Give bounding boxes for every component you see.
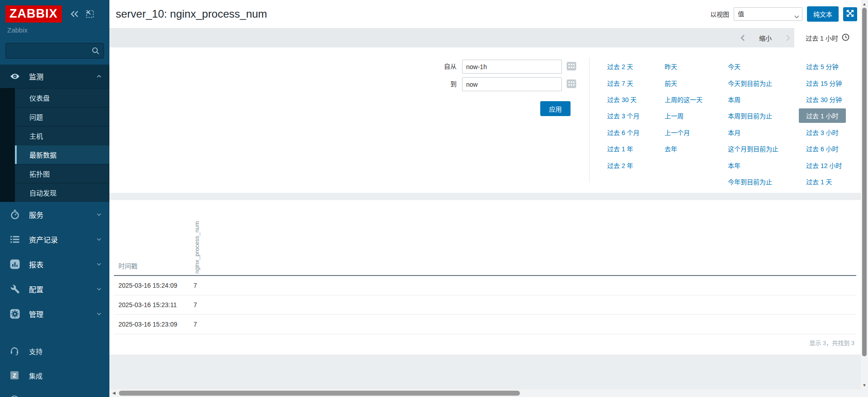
zabbix-logo[interactable]: ZABBIX (5, 5, 62, 23)
quick-range-link[interactable]: 上一周 (665, 111, 684, 120)
brand-subtitle: Zabbix (0, 23, 109, 34)
to-calendar-button[interactable] (566, 77, 581, 91)
sidebar-item-administration[interactable]: 管理 (0, 301, 109, 326)
sidebar-item-integrations[interactable]: Z 集成 (0, 363, 109, 388)
sidebar-item-problems[interactable]: 问题 (15, 107, 109, 126)
quick-range-link[interactable]: 过去 1 天 (806, 177, 832, 186)
quick-range-column-3: 今天 今天到目前为止 本周 本周到目前为止 本月 这个月到目前为止 本年 今年到… (728, 58, 778, 190)
submenu-label: 最新数据 (29, 150, 57, 159)
chevron-up-icon (97, 75, 101, 78)
quick-range-link-selected[interactable]: 过去 1 小时 (799, 108, 846, 123)
plain-text-button[interactable]: 纯文本 (807, 6, 839, 22)
sidebar-item-support[interactable]: 支持 (0, 339, 109, 363)
quick-range-link[interactable]: 过去 3 个月 (607, 111, 640, 120)
headset-icon (9, 346, 20, 356)
quick-range-column-4: 过去 5 分钟 过去 15 分钟 过去 30 分钟 过去 1 小时 过去 3 小… (806, 58, 846, 190)
from-label: 自从 (426, 60, 457, 74)
zoom-out-button[interactable]: 缩小 (759, 33, 772, 42)
hide-sidebar-icon[interactable] (85, 9, 94, 19)
table-row: 2025-03-16 15:24:09 7 (114, 276, 856, 295)
sidebar-item-label: 管理 (29, 308, 43, 319)
sidebar-item-inventory[interactable]: 资产记录 (0, 227, 109, 252)
quick-range-column-2: 昨天 前天 上周的这一天 上一周 上一个月 去年 (665, 58, 703, 157)
quick-range-link[interactable]: 过去 3 小时 (806, 128, 839, 137)
sidebar-item-label: 支持 (29, 346, 42, 356)
quick-range-link[interactable]: 本周 (728, 95, 741, 104)
sidebar-item-help[interactable]: ? 帮助 (0, 388, 109, 397)
calendar-icon (566, 61, 577, 72)
chevron-down-icon (97, 213, 101, 216)
quick-range-link[interactable]: 过去 12 小时 (806, 161, 842, 170)
quick-range-column-1: 过去 2 天 过去 7 天 过去 30 天 过去 3 个月 过去 6 个月 过去… (607, 58, 640, 173)
to-label: 到 (426, 77, 457, 91)
sidebar-item-monitoring[interactable]: 监测 (0, 65, 109, 88)
quick-range-link[interactable]: 上周的这一天 (665, 95, 703, 104)
quick-range-link[interactable]: 上一个月 (665, 128, 690, 137)
submenu-label: 主机 (29, 131, 43, 140)
table-body: 2025-03-16 15:24:09 7 2025-03-16 15:23:1… (114, 276, 856, 334)
time-range-tab[interactable]: 过去 1 小时 (794, 28, 861, 47)
quick-range-link[interactable]: 过去 15 分钟 (806, 79, 842, 88)
to-input[interactable] (462, 77, 562, 91)
sidebar-item-label: 集成 (29, 371, 42, 380)
quick-range-link[interactable]: 本周到目前为止 (728, 111, 772, 120)
quick-range-link[interactable]: 过去 2 天 (607, 62, 633, 71)
page-title: server_10: nginx_process_num (116, 8, 267, 20)
quick-range-link[interactable]: 今年到目前为止 (728, 177, 772, 186)
monitoring-submenu: 仪表盘 问题 主机 最新数据 拓扑图 自动发现 (0, 88, 109, 202)
filter-divider (589, 57, 590, 183)
scroll-down-icon[interactable]: ▼ (861, 382, 868, 388)
quick-range-link[interactable]: 过去 30 分钟 (806, 95, 842, 104)
time-filter-panel: 自从 到 应用 过去 2 天 过去 7 天 过去 30 天 过去 3 个月 过去… (109, 47, 861, 193)
collapse-sidebar-icon[interactable] (70, 10, 79, 18)
quick-range-link[interactable]: 今天到目前为止 (728, 79, 772, 88)
wrench-icon (9, 284, 21, 294)
search-icon[interactable] (91, 47, 100, 57)
value-cell: 7 (193, 282, 197, 289)
from-input[interactable] (462, 60, 562, 74)
submenu-label: 拓扑图 (29, 169, 50, 178)
sidebar-item-label: 报表 (29, 259, 43, 270)
from-calendar-button[interactable] (566, 60, 581, 74)
sidebar-item-discovery[interactable]: 自动发现 (15, 183, 109, 202)
quick-range-link[interactable]: 这个月到目前为止 (728, 144, 778, 153)
bar-chart-icon (9, 259, 21, 270)
quick-range-link[interactable]: 过去 30 天 (607, 95, 637, 104)
sidebar-item-hosts[interactable]: 主机 (15, 126, 109, 145)
vertical-scrollbar-thumb[interactable] (862, 8, 867, 356)
quick-range-link[interactable]: 本年 (728, 161, 741, 170)
vertical-scrollbar[interactable]: ▲ ▼ (861, 0, 868, 397)
quick-range-link[interactable]: 过去 1 年 (607, 144, 633, 153)
sidebar-item-dashboard[interactable]: 仪表盘 (15, 88, 109, 107)
scroll-left-icon[interactable]: ◀ (110, 389, 118, 397)
chevron-down-icon (97, 288, 101, 290)
quick-range-link[interactable]: 昨天 (665, 62, 677, 71)
apply-button[interactable]: 应用 (540, 101, 571, 116)
logo-row: ZABBIX (0, 0, 109, 23)
quick-range-link[interactable]: 过去 6 个月 (607, 128, 640, 137)
quick-range-link[interactable]: 过去 7 天 (607, 79, 633, 88)
quick-range-link[interactable]: 本月 (728, 128, 741, 137)
quick-range-link[interactable]: 过去 6 小时 (806, 144, 839, 153)
horizontal-scrollbar[interactable]: ◀ (109, 389, 861, 397)
sidebar-item-configuration[interactable]: 配置 (0, 276, 109, 301)
sidebar-item-services[interactable]: 服务 (0, 202, 109, 227)
question-icon: ? (9, 395, 20, 397)
view-as-select[interactable]: 值 (734, 7, 802, 21)
kiosk-mode-button[interactable] (843, 7, 857, 21)
calendar-icon (566, 79, 577, 90)
time-shift-left-icon[interactable] (736, 34, 749, 42)
quick-range-link[interactable]: 过去 5 分钟 (806, 62, 839, 71)
sidebar-item-label: 监测 (29, 71, 43, 82)
sidebar-item-maps[interactable]: 拓扑图 (15, 164, 109, 183)
sidebar-item-latest-data[interactable]: 最新数据 (15, 145, 109, 164)
horizontal-scrollbar-thumb[interactable] (119, 391, 520, 396)
time-shift-right-icon[interactable] (782, 34, 794, 42)
quick-range-link[interactable]: 过去 2 年 (607, 161, 633, 170)
sidebar-search-input[interactable] (5, 43, 104, 59)
sidebar-item-reports[interactable]: 报表 (0, 252, 109, 276)
scroll-up-icon[interactable]: ▲ (861, 1, 868, 7)
quick-range-link[interactable]: 去年 (665, 144, 677, 153)
quick-range-link[interactable]: 今天 (728, 62, 741, 71)
quick-range-link[interactable]: 前天 (665, 79, 677, 88)
